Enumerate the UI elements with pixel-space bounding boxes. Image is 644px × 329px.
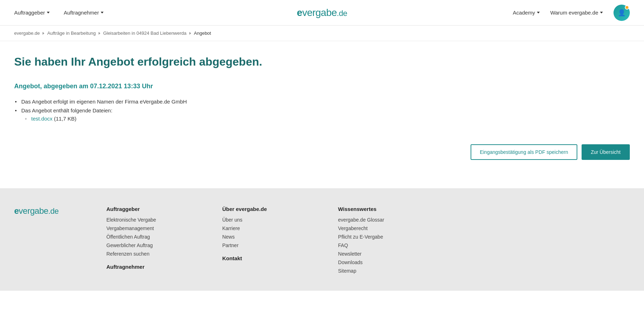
chevron-down-icon: [101, 12, 104, 13]
breadcrumb-separator: [99, 32, 100, 35]
success-title: Sie haben Ihr Angebot erfolgreich abgege…: [14, 55, 630, 68]
footer-logo-e: e: [14, 206, 19, 216]
list-item: News: [222, 234, 324, 240]
avatar-icon: 👤: [618, 9, 626, 17]
footer-link[interactable]: Referenzen suchen: [106, 251, 149, 257]
info-text-2: Das Angebot enthält folgende Dateien:: [21, 107, 112, 113]
footer-links-auftraggeber: Elektronische Vergabe Vergabemanagement …: [106, 217, 208, 257]
nav-warum[interactable]: Warum evergabe.de: [550, 10, 603, 16]
breadcrumb-separator: [43, 32, 44, 35]
footer-link[interactable]: Elektronische Vergabe: [106, 217, 156, 223]
footer-link[interactable]: Vergaberecht: [338, 225, 367, 231]
breadcrumb-auftraege[interactable]: Aufträge in Bearbeitung: [47, 30, 96, 36]
footer-content: evergabe.de Auftraggeber Elektronische V…: [14, 206, 440, 277]
list-item: Öffentlichen Auftrag: [106, 234, 208, 240]
logo-vergabe: vergabe: [302, 7, 337, 18]
list-item: Gewerblicher Auftrag: [106, 242, 208, 248]
info-text-1: Das Angebot erfolgt im eigenen Namen der…: [21, 99, 187, 105]
footer-logo-de: .de: [48, 207, 59, 216]
footer-links-wissenswertes: evergabe.de Glossar Vergaberecht Pflicht…: [338, 217, 440, 274]
list-item: Über uns: [222, 217, 324, 223]
footer-col-wissenswertes: Wissenswertes evergabe.de Glossar Vergab…: [338, 206, 440, 277]
nav-auftragnehmer-label: Auftragnehmer: [64, 10, 99, 16]
header: Auftraggeber Auftragnehmer evergabe.de A…: [0, 0, 644, 26]
list-item: Vergaberecht: [338, 225, 440, 231]
footer-link-news[interactable]: News: [222, 234, 235, 240]
list-item: Vergabemanagement: [106, 225, 208, 231]
nav-auftraggeber-label: Auftraggeber: [14, 10, 45, 16]
footer-heading-kontakt: Kontakt: [222, 255, 324, 261]
sub-list-item: test.docx (11,7 KB): [21, 116, 630, 122]
action-buttons: Eingangsbestätigung als PDF speichern Zu…: [14, 144, 630, 160]
footer-link[interactable]: Öffentlichen Auftrag: [106, 234, 150, 240]
logo-text: evergabe.de: [297, 7, 347, 18]
footer-link[interactable]: Gewerblicher Auftrag: [106, 242, 153, 248]
footer-link[interactable]: evergabe.de Glossar: [338, 217, 384, 223]
nav-warum-label: Warum evergabe.de: [550, 10, 598, 16]
footer-link[interactable]: Karriere: [222, 225, 240, 231]
nav-academy[interactable]: Academy: [513, 10, 540, 16]
footer: evergabe.de Auftraggeber Elektronische V…: [0, 188, 644, 291]
header-nav-right: Academy Warum evergabe.de 👤: [513, 5, 630, 21]
breadcrumb-home[interactable]: evergabe.de: [14, 30, 40, 36]
footer-logo-text: evergabe.de: [14, 206, 59, 216]
list-item: evergabe.de Glossar: [338, 217, 440, 223]
footer-logo-vergabe: vergabe: [19, 206, 48, 216]
breadcrumb-gleisarbeiten[interactable]: Gleisarbeiten in 04924 Bad Liebenwerda: [103, 30, 187, 36]
breadcrumb-separator: [189, 32, 191, 35]
submission-heading: Angebot, abgegeben am 07.12.2021 13:33 U…: [14, 83, 630, 90]
list-item: Elektronische Vergabe: [106, 217, 208, 223]
list-item: Downloads: [338, 260, 440, 265]
list-item: Das Angebot enthält folgende Dateien: te…: [14, 106, 630, 123]
file-size: (11,7 KB): [52, 116, 77, 122]
info-list: Das Angebot erfolgt im eigenen Namen der…: [14, 97, 630, 123]
nav-academy-label: Academy: [513, 10, 535, 16]
list-item: Das Angebot erfolgt im eigenen Namen der…: [14, 97, 630, 106]
logo-de: .de: [337, 9, 347, 18]
list-item: FAQ: [338, 242, 440, 248]
list-item: Partner: [222, 242, 324, 248]
file-link[interactable]: test.docx: [31, 116, 52, 122]
footer-link[interactable]: Partner: [222, 242, 239, 248]
footer-link[interactable]: Sitemap: [338, 268, 356, 274]
logo[interactable]: evergabe.de: [297, 7, 347, 18]
nav-auftraggeber[interactable]: Auftraggeber: [14, 10, 50, 16]
header-nav-left: Auftraggeber Auftragnehmer: [14, 10, 104, 16]
avatar-badge: [625, 5, 629, 10]
footer-link[interactable]: Vergabemanagement: [106, 225, 154, 231]
footer-link[interactable]: Pflicht zu E-Vergabe: [338, 234, 383, 240]
breadcrumb: evergabe.de Aufträge in Bearbeitung Glei…: [0, 26, 644, 41]
chevron-down-icon: [537, 12, 540, 13]
chevron-down-icon: [600, 12, 603, 13]
breadcrumb-current: Angebot: [194, 30, 211, 36]
footer-col-auftraggeber: Auftraggeber Elektronische Vergabe Verga…: [106, 206, 208, 277]
save-pdf-button[interactable]: Eingangsbestätigung als PDF speichern: [471, 144, 577, 160]
footer-logo: evergabe.de: [14, 206, 92, 277]
nav-auftragnehmer[interactable]: Auftragnehmer: [64, 10, 104, 16]
main-content: Sie haben Ihr Angebot erfolgreich abgege…: [0, 41, 644, 188]
footer-links-ueber: Über uns Karriere News Partner: [222, 217, 324, 248]
footer-link[interactable]: Downloads: [338, 260, 362, 265]
footer-link[interactable]: FAQ: [338, 242, 348, 248]
footer-link[interactable]: Über uns: [222, 217, 243, 223]
list-item: Sitemap: [338, 268, 440, 274]
sub-list: test.docx (11,7 KB): [21, 116, 630, 122]
footer-heading-auftragnehmer-sub: Auftragnehmer: [106, 264, 208, 270]
avatar[interactable]: 👤: [614, 5, 630, 21]
footer-link[interactable]: Newsletter: [338, 251, 361, 257]
footer-heading-auftraggeber: Auftraggeber: [106, 206, 208, 212]
chevron-down-icon: [47, 12, 50, 13]
footer-col-ueber: Über evergabe.de Über uns Karriere News …: [222, 206, 324, 277]
zur-uebersicht-button[interactable]: Zur Übersicht: [582, 144, 630, 160]
list-item: Referenzen suchen: [106, 251, 208, 257]
footer-heading-ueber: Über evergabe.de: [222, 206, 324, 212]
logo-e: e: [297, 7, 302, 18]
list-item: Pflicht zu E-Vergabe: [338, 234, 440, 240]
list-item: Newsletter: [338, 251, 440, 257]
list-item: Karriere: [222, 225, 324, 231]
footer-heading-wissenswertes: Wissenswertes: [338, 206, 440, 212]
